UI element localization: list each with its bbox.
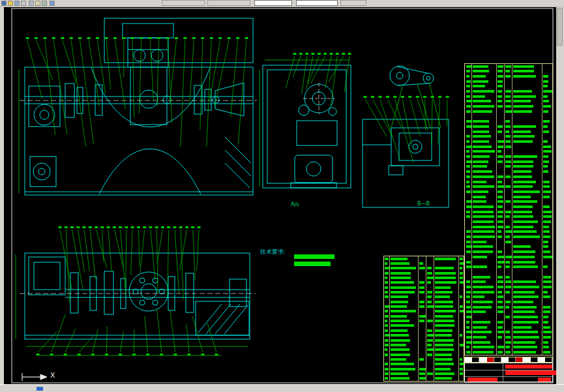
table-cell-text (385, 277, 387, 279)
table-cell-text (513, 155, 537, 158)
copy-icon[interactable] (35, 1, 40, 6)
table-cell-text (391, 344, 406, 346)
toolbar-button-2[interactable] (207, 0, 250, 6)
table-cell-text (513, 250, 535, 253)
table-cell-text (385, 258, 389, 260)
table-cell-text (473, 310, 486, 313)
table-cell-text (466, 295, 470, 298)
table-cell-text (513, 95, 536, 98)
undo-icon[interactable] (50, 1, 55, 6)
table-cell-text (466, 306, 471, 309)
table-cell-text (473, 110, 492, 113)
table-cell-text (505, 351, 511, 354)
table-cell-text (513, 140, 533, 143)
table-cell-text (505, 261, 510, 264)
table-cell-text (513, 256, 535, 258)
save-icon[interactable] (14, 1, 20, 6)
table-cell-text (466, 190, 471, 193)
cut-icon[interactable] (29, 1, 34, 6)
table-cell-text (473, 80, 488, 83)
table-cell-text (419, 281, 424, 284)
table-cell-text (473, 185, 494, 188)
table-cell-text (505, 185, 511, 188)
table-cell-text (473, 120, 489, 123)
table-cell-text (466, 301, 470, 303)
table-cell-text (466, 280, 470, 283)
table-cell-text (391, 310, 416, 312)
table-cell-text (543, 190, 551, 193)
table-cell-text (513, 190, 540, 193)
table-cell-text (473, 155, 490, 158)
table-cell-text (385, 324, 388, 327)
table-cell-text (497, 140, 504, 143)
table-cell-text (543, 105, 551, 108)
table-cell-text (497, 185, 504, 188)
table-cell-text (543, 316, 548, 318)
toolbar-combo-1[interactable] (254, 0, 292, 6)
table-cell-text (497, 181, 502, 183)
table-cell-text (497, 280, 503, 283)
table-cell-text (543, 90, 552, 93)
new-icon[interactable] (1, 1, 7, 6)
table-cell-text (460, 262, 464, 265)
table-cell-text (391, 372, 408, 375)
toolbar-combo-2[interactable] (296, 0, 338, 6)
table-cell-text (497, 90, 502, 93)
table-cell-text (460, 258, 463, 260)
table-cell-text (466, 265, 472, 268)
table-cell-text (473, 160, 488, 163)
table-cell-text (466, 105, 471, 108)
table-cell-text (543, 235, 550, 238)
table-cell-text (466, 235, 471, 238)
table-cell-text (391, 272, 411, 275)
table-cell-text (505, 306, 509, 309)
table-cell-text (513, 280, 536, 283)
table-cell-text (543, 306, 550, 309)
table-cell-text (466, 165, 470, 168)
table-cell-text (543, 245, 548, 248)
table-cell-text (543, 145, 551, 148)
table-cell-text (543, 130, 549, 133)
table-cell-text (391, 281, 414, 284)
table-cell-text (473, 256, 487, 258)
table-cell-text (466, 80, 471, 83)
scale-strip-cell (472, 357, 479, 362)
table-cell-text (466, 205, 472, 208)
table-cell-text (505, 140, 511, 143)
title-block (464, 363, 553, 382)
table-cell-text (543, 351, 550, 354)
table-cell-text (466, 160, 471, 163)
table-cell-text (543, 341, 548, 344)
table-cell-text (543, 280, 552, 283)
table-cell-text (385, 372, 389, 375)
table-cell-text (543, 170, 548, 173)
table-cell-text (543, 250, 550, 253)
table-cell-text (473, 276, 490, 279)
table-cell-text (466, 250, 471, 253)
table-cell-text (513, 200, 537, 203)
table-cell-text (543, 181, 550, 183)
table-grid-line (389, 256, 390, 381)
open-icon[interactable] (8, 1, 13, 6)
table-cell-text (513, 265, 538, 268)
right-scrollbar-track[interactable] (556, 7, 564, 384)
table-cell-text (543, 140, 548, 143)
table-cell-text (460, 295, 462, 298)
table-cell-text (543, 295, 550, 298)
table-cell-text (513, 90, 532, 93)
table-cell-text (497, 125, 503, 128)
table-cell-text (473, 135, 491, 138)
print-icon[interactable] (21, 1, 26, 6)
table-cell-text (473, 130, 489, 133)
table-cell-text (466, 70, 470, 72)
title-block-scale-strip (464, 357, 553, 363)
paste-icon[interactable] (42, 1, 47, 6)
table-cell-text (505, 130, 509, 133)
table-cell-text (435, 320, 454, 322)
table-cell-text (435, 334, 452, 337)
scrollbar-thumb[interactable] (557, 8, 563, 46)
scale-strip-cell (494, 357, 501, 362)
toolbar-button-1[interactable] (162, 0, 205, 6)
table-cell-text (391, 267, 416, 269)
toolbar-button-3[interactable] (340, 0, 366, 6)
